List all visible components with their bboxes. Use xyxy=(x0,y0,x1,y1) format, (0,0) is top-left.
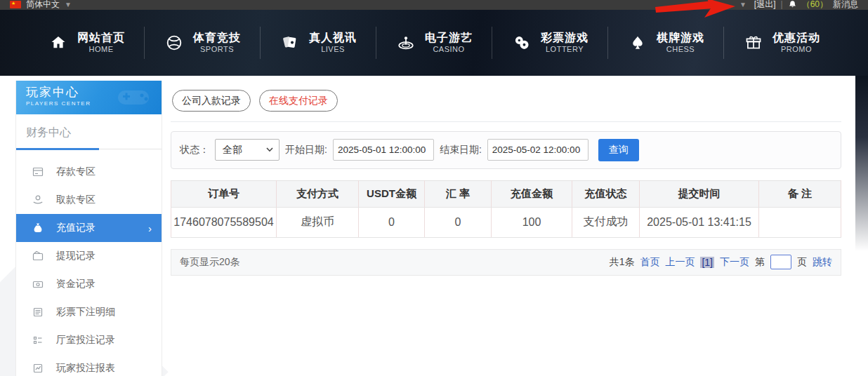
cell-submit-time: 2025-05-01 13:41:15 xyxy=(640,207,759,237)
cell-order-number: 1746078075589504 xyxy=(171,207,277,237)
col-payment-method: 支付方式 xyxy=(277,180,359,207)
lives-icon xyxy=(280,34,301,52)
sidebar-item-hall-bet-records[interactable]: 厅室投注记录 xyxy=(16,326,162,354)
nav-item-promo[interactable]: 优惠活动PROMO xyxy=(724,27,839,59)
col-usdt-amount: USDT金额 xyxy=(359,180,425,207)
sidebar-item-funds-records[interactable]: 资金记录 xyxy=(16,270,162,298)
chevron-down-icon[interactable]: ▼ xyxy=(65,1,72,8)
cell-recharge-status: 支付成功 xyxy=(572,207,640,237)
recharge-records-table: 订单号 支付方式 USDT金额 汇 率 充值金额 充值状态 提交时间 备 注 1… xyxy=(171,180,841,238)
lottery-icon xyxy=(511,34,532,52)
col-submit-time: 提交时间 xyxy=(640,180,759,207)
sidebar-menu: 存款专区 取款专区 充值记录 › 提现记录 资金记录 彩票下注明细 xyxy=(16,149,162,376)
prev-page-link[interactable]: 上一页 xyxy=(665,256,695,269)
cell-recharge-amount: 100 xyxy=(492,207,572,237)
sports-icon xyxy=(164,34,185,52)
current-page: [1] xyxy=(700,257,714,268)
cell-usdt-amount: 0 xyxy=(359,207,425,237)
nav-item-chess[interactable]: 棋牌游戏CHESS xyxy=(608,27,724,59)
status-select[interactable]: 全部 xyxy=(215,139,280,161)
logout-button[interactable]: [退出] xyxy=(754,0,776,10)
china-flag-icon: ★ xyxy=(10,1,21,8)
status-label: 状态： xyxy=(180,144,209,156)
promo-gift-icon xyxy=(743,34,764,52)
col-remark: 备 注 xyxy=(759,180,841,207)
section-underline xyxy=(16,148,99,150)
sidebar-item-withdrawal-records[interactable]: 提现记录 xyxy=(16,242,162,270)
sidebar: 玩家中心 PLAYERS CENTER 财务中心 存款专区 取款专区 充值记录 … xyxy=(15,81,162,376)
background-edge xyxy=(855,76,868,251)
total-count: 共1条 xyxy=(610,256,635,269)
deposit-icon xyxy=(32,166,44,178)
filter-panel: 状态： 全部 开始日期: 结束日期: 查询 xyxy=(171,131,841,169)
player-report-icon xyxy=(32,363,44,375)
col-order-number: 订单号 xyxy=(171,180,277,207)
nav-item-lives[interactable]: 真人视讯LIVES xyxy=(261,27,376,59)
message-label[interactable]: 新消息 xyxy=(833,0,858,10)
topbar: ★ 简体中文 ▼ ▼ [退出] | （60） 新消息 xyxy=(0,0,868,10)
jump-button[interactable]: 跳转 xyxy=(813,256,832,269)
end-date-input[interactable] xyxy=(487,139,588,161)
lottery-detail-icon xyxy=(32,307,44,318)
message-count: （60） xyxy=(802,0,828,10)
chevron-right-icon: › xyxy=(148,223,152,234)
col-recharge-amount: 充值金额 xyxy=(492,180,572,207)
nav-item-casino[interactable]: 电子游艺CASINO xyxy=(376,27,492,59)
nav-item-home[interactable]: 网站首页HOME xyxy=(29,27,145,59)
main-content: 公司入款记录 在线支付记录 状态： 全部 开始日期: 结束日期: 查询 订单号 xyxy=(171,81,841,376)
topbar-divider: | xyxy=(781,0,783,9)
start-date-label: 开始日期: xyxy=(285,144,327,156)
page-suffix: 页 xyxy=(797,256,807,269)
per-page-label: 每页显示20条 xyxy=(180,256,240,269)
pagination-bar: 每页显示20条 共1条 首页 上一页 [1] 下一页 第 页 跳转 xyxy=(171,249,841,276)
recharge-icon xyxy=(32,222,44,234)
home-icon xyxy=(48,34,69,52)
chess-spade-icon xyxy=(627,34,648,52)
user-menu-chevron-icon[interactable]: ▼ xyxy=(739,1,747,8)
start-date-input[interactable] xyxy=(333,139,434,161)
page-prefix: 第 xyxy=(755,256,765,269)
col-exchange-rate: 汇 率 xyxy=(425,180,492,207)
next-page-link[interactable]: 下一页 xyxy=(720,256,749,269)
end-date-label: 结束日期: xyxy=(440,144,482,156)
casino-icon xyxy=(395,34,416,52)
bell-icon[interactable] xyxy=(788,0,797,9)
sidebar-item-recharge-records[interactable]: 充值记录 › xyxy=(16,214,162,242)
annotation-arrow xyxy=(655,0,737,18)
withdrawal-record-icon xyxy=(32,250,44,262)
chevron-down-icon xyxy=(266,147,273,152)
gamepad-icon xyxy=(114,83,156,112)
sidebar-item-withdraw-zone[interactable]: 取款专区 xyxy=(16,186,162,214)
sidebar-header: 玩家中心 PLAYERS CENTER xyxy=(16,81,162,114)
withdraw-icon xyxy=(32,194,44,206)
sidebar-item-player-bet-report[interactable]: 玩家投注报表 xyxy=(16,354,162,376)
tab-company-deposit-records[interactable]: 公司入款记录 xyxy=(172,90,251,112)
cell-payment-method: 虚拟币 xyxy=(277,207,359,237)
hall-bet-icon xyxy=(32,335,44,347)
language-selector[interactable]: 简体中文 xyxy=(26,0,60,10)
nav-item-lottery[interactable]: 彩票游戏LOTTERY xyxy=(492,27,608,59)
col-recharge-status: 充值状态 xyxy=(572,180,640,207)
table-row: 1746078075589504 虚拟币 0 0 100 支付成功 2025-0… xyxy=(171,207,841,237)
funds-icon xyxy=(32,278,44,290)
search-button[interactable]: 查询 xyxy=(598,139,639,161)
cell-remark xyxy=(759,207,841,237)
page-jump-input[interactable] xyxy=(770,255,791,269)
table-header-row: 订单号 支付方式 USDT金额 汇 率 充值金额 充值状态 提交时间 备 注 xyxy=(171,180,841,207)
main-navigation: 网站首页HOME 体育竞技SPORTS 真人视讯LIVES 电子游艺CASINO… xyxy=(0,10,868,76)
sidebar-section-finance: 财务中心 xyxy=(16,114,162,149)
sidebar-item-lottery-bet-detail[interactable]: 彩票下注明细 xyxy=(16,298,162,326)
sidebar-item-deposit[interactable]: 存款专区 xyxy=(16,158,162,186)
cell-exchange-rate: 0 xyxy=(425,207,492,237)
nav-item-sports[interactable]: 体育竞技SPORTS xyxy=(145,27,261,59)
tab-online-payment-records[interactable]: 在线支付记录 xyxy=(259,90,338,112)
record-tabs: 公司入款记录 在线支付记录 xyxy=(171,81,841,122)
first-page-link[interactable]: 首页 xyxy=(640,256,659,269)
